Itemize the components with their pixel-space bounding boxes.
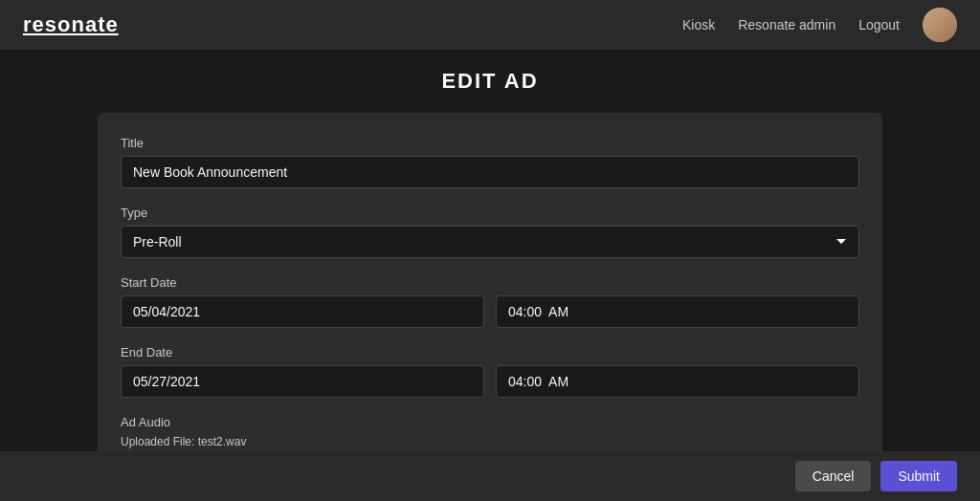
end-date-wrap (121, 365, 484, 398)
title-input[interactable] (121, 156, 859, 188)
type-select[interactable]: Pre-Roll Mid-Roll Post-Roll (121, 226, 859, 258)
logo: resonate (23, 12, 119, 37)
header-nav: Kiosk Resonate admin Logout (682, 8, 957, 42)
title-label: Title (121, 136, 859, 150)
start-time-wrap (496, 295, 859, 328)
end-time-wrap (496, 365, 859, 398)
form-card: Title Type Pre-Roll Mid-Roll Post-Roll S… (98, 113, 882, 497)
cancel-button[interactable]: Cancel (795, 461, 872, 491)
audio-label: Ad Audio (121, 415, 859, 429)
avatar-image (923, 8, 957, 42)
nav-admin[interactable]: Resonate admin (738, 17, 835, 33)
nav-kiosk[interactable]: Kiosk (682, 17, 715, 33)
start-date-time-row (121, 295, 859, 328)
end-date-group: End Date (121, 345, 859, 398)
start-time-input[interactable] (496, 295, 859, 328)
start-date-label: Start Date (121, 275, 859, 290)
uploaded-file-text: Uploaded File: test2.wav (121, 435, 859, 448)
start-date-group: Start Date (121, 275, 859, 328)
page-footer: Cancel Submit (0, 451, 980, 501)
header: resonate Kiosk Resonate admin Logout (0, 0, 980, 50)
end-date-input[interactable] (121, 365, 484, 398)
title-group: Title (121, 136, 859, 188)
main-content: EDIT AD Title Type Pre-Roll Mid-Roll Pos… (0, 50, 980, 501)
end-date-label: End Date (121, 345, 859, 359)
start-date-input[interactable] (121, 295, 484, 328)
avatar (923, 8, 957, 42)
start-date-wrap (121, 295, 484, 328)
nav-logout[interactable]: Logout (858, 17, 900, 33)
type-label: Type (121, 206, 859, 220)
submit-button[interactable]: Submit (880, 461, 957, 491)
end-date-time-row (121, 365, 859, 398)
type-group: Type Pre-Roll Mid-Roll Post-Roll (121, 206, 859, 258)
page-title: EDIT AD (441, 69, 538, 94)
end-time-input[interactable] (496, 365, 859, 398)
